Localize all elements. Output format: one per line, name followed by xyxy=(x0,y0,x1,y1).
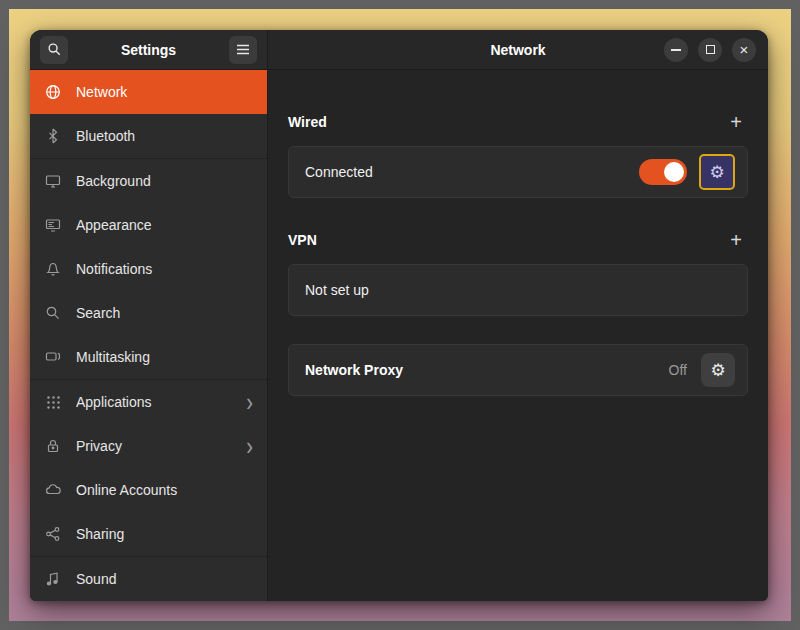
gear-icon: ⚙ xyxy=(709,164,724,181)
wired-section: Wired + Connected ⚙ xyxy=(288,112,748,198)
sidebar-item-sharing[interactable]: Sharing xyxy=(30,512,267,556)
maximize-icon xyxy=(706,45,715,54)
vpn-status-row: Not set up xyxy=(289,265,747,315)
vpn-section: VPN + Not set up xyxy=(288,230,748,316)
headerbar: Settings Network × xyxy=(30,30,768,70)
globe-icon xyxy=(44,83,62,101)
sidebar: Network Bluetooth Backgroun xyxy=(30,70,268,601)
bell-icon xyxy=(44,260,62,278)
app-title: Settings xyxy=(68,42,229,58)
vpn-section-title: VPN xyxy=(288,232,317,248)
vpn-status-label: Not set up xyxy=(305,282,735,298)
sidebar-item-label: Search xyxy=(76,305,120,321)
sidebar-item-bluetooth[interactable]: Bluetooth xyxy=(30,114,267,158)
sidebar-item-label: Multitasking xyxy=(76,349,150,365)
sidebar-item-online-accounts[interactable]: Online Accounts xyxy=(30,468,267,512)
sidebar-item-applications[interactable]: Applications › xyxy=(30,380,267,424)
wired-card: Connected ⚙ xyxy=(288,146,748,198)
sidebar-item-label: Network xyxy=(76,84,127,100)
close-icon: × xyxy=(740,42,749,57)
network-panel: Wired + Connected ⚙ xyxy=(268,70,768,601)
add-wired-connection-button[interactable]: + xyxy=(724,112,748,132)
sidebar-item-label: Notifications xyxy=(76,261,152,277)
vpn-card: Not set up xyxy=(288,264,748,316)
cloud-icon xyxy=(44,481,62,499)
search-button[interactable] xyxy=(40,36,68,64)
music-note-icon xyxy=(44,570,62,588)
hamburger-icon xyxy=(236,44,250,55)
minimize-icon xyxy=(671,49,681,51)
proxy-settings-button[interactable]: ⚙ xyxy=(701,353,735,387)
network-proxy-row: Network Proxy Off ⚙ xyxy=(289,345,747,395)
wired-settings-button[interactable]: ⚙ xyxy=(699,154,735,190)
app-grid-icon xyxy=(44,393,62,411)
magnifier-icon xyxy=(47,42,62,57)
proxy-status-badge: Off xyxy=(669,362,687,378)
sidebar-headerbar: Settings xyxy=(30,30,268,69)
sidebar-item-sound[interactable]: Sound xyxy=(30,557,267,601)
monitor-icon xyxy=(44,172,62,190)
windows-icon xyxy=(44,348,62,366)
sidebar-item-label: Appearance xyxy=(76,217,152,233)
wired-connected-row: Connected ⚙ xyxy=(289,147,747,197)
settings-window: Settings Network × xyxy=(30,30,768,601)
add-vpn-button[interactable]: + xyxy=(724,230,748,250)
network-proxy-card: Network Proxy Off ⚙ xyxy=(288,344,748,396)
wired-section-title: Wired xyxy=(288,114,327,130)
magnifier-icon xyxy=(44,304,62,322)
lock-icon xyxy=(44,437,62,455)
close-button[interactable]: × xyxy=(732,38,756,62)
sidebar-item-notifications[interactable]: Notifications xyxy=(30,247,267,291)
sidebar-item-label: Sound xyxy=(76,571,116,587)
connection-status-label: Connected xyxy=(305,164,639,180)
wired-toggle[interactable] xyxy=(639,159,687,185)
primary-menu-button[interactable] xyxy=(229,36,257,64)
window-controls: × xyxy=(664,30,756,69)
gear-icon: ⚙ xyxy=(710,362,725,379)
sidebar-item-network[interactable]: Network xyxy=(30,70,267,114)
sidebar-item-label: Sharing xyxy=(76,526,124,542)
sidebar-item-background[interactable]: Background xyxy=(30,159,267,203)
content-headerbar: Network × xyxy=(268,30,768,69)
sidebar-item-label: Online Accounts xyxy=(76,482,177,498)
toggle-knob xyxy=(664,162,684,182)
sidebar-item-search[interactable]: Search xyxy=(30,291,267,335)
maximize-button[interactable] xyxy=(698,38,722,62)
sidebar-item-label: Background xyxy=(76,173,151,189)
sidebar-item-label: Bluetooth xyxy=(76,128,135,144)
chevron-right-icon: › xyxy=(246,433,253,459)
sidebar-item-appearance[interactable]: Appearance xyxy=(30,203,267,247)
share-icon xyxy=(44,525,62,543)
sidebar-item-label: Applications xyxy=(76,394,152,410)
network-proxy-label: Network Proxy xyxy=(305,362,669,378)
minimize-button[interactable] xyxy=(664,38,688,62)
sidebar-item-label: Privacy xyxy=(76,438,122,454)
appearance-icon xyxy=(44,216,62,234)
sidebar-item-multitasking[interactable]: Multitasking xyxy=(30,335,267,379)
chevron-right-icon: › xyxy=(246,389,253,415)
bluetooth-icon xyxy=(44,127,62,145)
sidebar-item-privacy[interactable]: Privacy › xyxy=(30,424,267,468)
